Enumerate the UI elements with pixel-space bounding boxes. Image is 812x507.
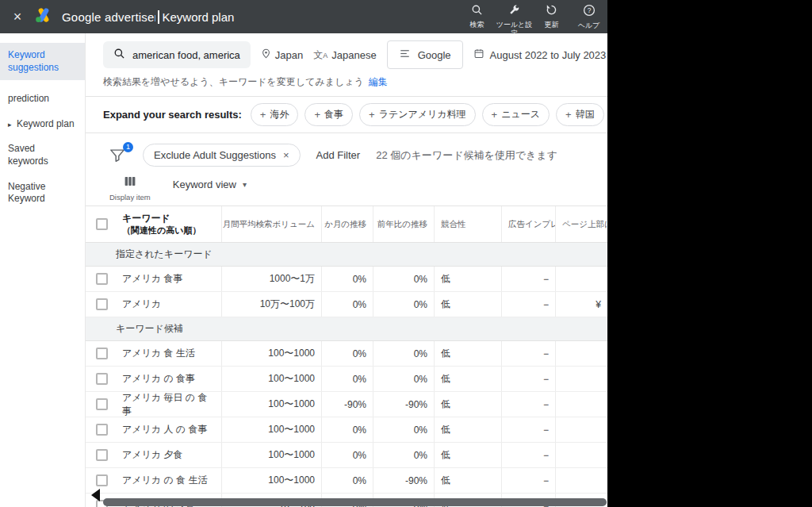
topbar-actions: 検索 ツールと設定 更新 ? ヘルプ [458,0,607,33]
sidebar-item-prediction[interactable]: prediction [0,86,85,112]
sidebar-item-saved-keywords[interactable]: Saved keywords [0,136,85,174]
yoy-cell: 0% [373,267,434,291]
sidebar-item-keyword-plan[interactable]: ▸ Keyword plan [0,112,85,137]
scroll-left-arrow-icon[interactable] [91,489,100,501]
volume-cell: 100〜1000 [221,367,321,391]
table-row[interactable]: アメリカ 食事 1000〜1万 0% 0% 低 − [86,267,607,292]
top-of-page-cell [555,468,607,493]
column-header-keyword[interactable]: キーワード （関連性の高い順） [116,206,221,242]
column-header-top-of-page[interactable]: ページ上部に [555,206,607,242]
competition-cell: 低 [434,468,501,493]
yoy-cell: 0% [373,443,434,467]
expand-chip-overseas[interactable]: +海外 [251,103,299,126]
filter-row: 1 Exclude Adult Suggestions × Add Filter… [86,133,607,170]
three-month-cell: -90% [321,392,373,417]
volume-cell: 100〜1000 [221,392,321,417]
column-header-three-month[interactable]: 3 か月の推移 [321,206,373,242]
tools-settings-button[interactable]: ツールと設定 [496,0,533,33]
expand-chip-korea[interactable]: +韓国 [556,103,604,126]
search-icon [113,48,125,63]
row-checkbox[interactable] [96,424,108,436]
keyword-table: キーワード （関連性の高い順） 月間平均検索ボリューム 3 か月の推移 前年比の… [86,205,607,507]
row-checkbox[interactable] [96,298,108,310]
column-header-ad-impression[interactable]: 広告インプレ.. [501,206,555,242]
row-checkbox[interactable] [96,474,108,486]
expand-results-row: Expand your search results: +海外 +食事 +ラテン… [86,96,607,133]
sidebar-item-negative-keyword[interactable]: Negative Keyword [0,175,85,212]
column-header-competition[interactable]: 競合性 [434,206,501,242]
section-row-suggestions: キーワード候補 [86,317,607,341]
filter-funnel-icon[interactable]: 1 [109,148,127,163]
row-checkbox[interactable] [96,348,108,359]
keyword-cell: アメリカ [116,292,221,317]
competition-cell: 低 [434,392,501,417]
keyword-cell: アメリカ 夕食 [116,443,221,467]
table-row[interactable]: アメリカ の 食 生活 100〜1000 0% -90% 低 − [86,468,607,494]
table-header-row: キーワード （関連性の高い順） 月間平均検索ボリューム 3 か月の推移 前年比の… [86,206,607,243]
keyword-cell: アメリカ 食 生活 [116,341,221,366]
row-checkbox[interactable] [96,373,108,385]
expand-chip-latin-american-food[interactable]: +ラテンアメリカ料理 [359,103,476,126]
location-value: Japan [275,49,303,61]
three-month-cell: 0% [321,292,373,317]
search-button[interactable]: 検索 [458,0,496,33]
ad-impression-cell: − [501,267,555,291]
horizontal-scrollbar[interactable] [103,498,607,506]
add-filter-button[interactable]: Add Filter [316,149,361,161]
keyword-view-selector[interactable]: Keyword view ▾ [173,179,247,190]
help-icon: ? [583,4,596,20]
expand-chip-meal[interactable]: +食事 [304,103,353,126]
top-of-page-cell [555,367,607,391]
display-toolbar: Display item Keyword view ▾ [86,170,607,205]
top-of-page-cell: ¥ [555,292,607,317]
page-title-wrap[interactable]: Keyword plan [155,0,239,33]
competition-cell: 低 [434,341,501,366]
table-row[interactable]: アメリカ の 食事 100〜1000 0% 0% 低 − [86,367,607,392]
expand-chip-news[interactable]: +ニュース [482,103,550,126]
text-caret [158,10,159,24]
wrench-icon [508,4,520,19]
row-checkbox[interactable] [96,398,108,410]
table-row[interactable]: アメリカ 毎日 の 食事 100〜1000 -90% -90% 低 − [86,392,607,417]
table-row[interactable]: アメリカ 人 の 食事 100〜1000 0% 0% 低 − [86,417,607,443]
active-filter-chip[interactable]: Exclude Adult Suggestions × [143,144,301,167]
three-month-cell: 0% [321,367,373,391]
yoy-cell: 0% [373,341,434,366]
column-header-yoy[interactable]: 前年比の推移 [373,206,434,242]
competition-cell: 低 [434,443,501,467]
calendar-icon [473,48,485,62]
remove-filter-icon[interactable]: × [283,149,289,161]
help-button[interactable]: ? ヘルプ [570,0,607,33]
network-value: Google [418,49,451,61]
table-row[interactable]: アメリカ 食 生活 100〜1000 0% 0% 低 − [86,341,607,367]
top-of-page-cell [555,267,607,291]
sidebar-item-keyword-suggestions[interactable]: Keyword suggestions [0,43,85,80]
location-selector[interactable]: Japan [261,48,303,62]
date-range-selector[interactable]: August 2022 to July 2023 ▾ [473,48,607,62]
column-display-button[interactable]: Display item [109,175,151,202]
three-month-cell: 0% [321,468,373,493]
volume-cell: 10万〜100万 [221,292,321,317]
edit-link[interactable]: 編集 [369,76,388,87]
row-checkbox[interactable] [96,449,108,461]
row-checkbox[interactable] [96,273,108,285]
volume-cell: 100〜1000 [221,417,321,442]
refresh-button[interactable]: 更新 [533,0,570,33]
keyword-search-input[interactable]: american food, america [103,41,251,68]
table-row[interactable]: アメリカ 10万〜100万 0% 0% 低 − ¥ [86,292,607,317]
keyword-cell: アメリカ の 食事 [116,367,221,391]
table-row[interactable]: アメリカ 夕食 100〜1000 0% 0% 低 − [86,443,607,468]
top-of-page-cell [555,417,607,442]
filter-count-badge: 1 [123,142,133,152]
svg-text:?: ? [587,6,591,14]
column-header-volume[interactable]: 月間平均検索ボリューム [221,206,321,242]
display-item-label: Display item [109,193,151,202]
plus-icon: + [565,109,572,121]
select-all-checkbox[interactable] [96,218,108,230]
language-selector[interactable]: 文A Japanese [313,48,376,62]
network-selector[interactable]: Google [387,40,463,69]
close-icon[interactable]: × [10,9,25,25]
translate-icon: 文A [313,48,327,62]
chevron-down-icon: ▾ [243,180,247,189]
topbar: × Google advertisement Keyword plan 検索 [0,0,607,33]
